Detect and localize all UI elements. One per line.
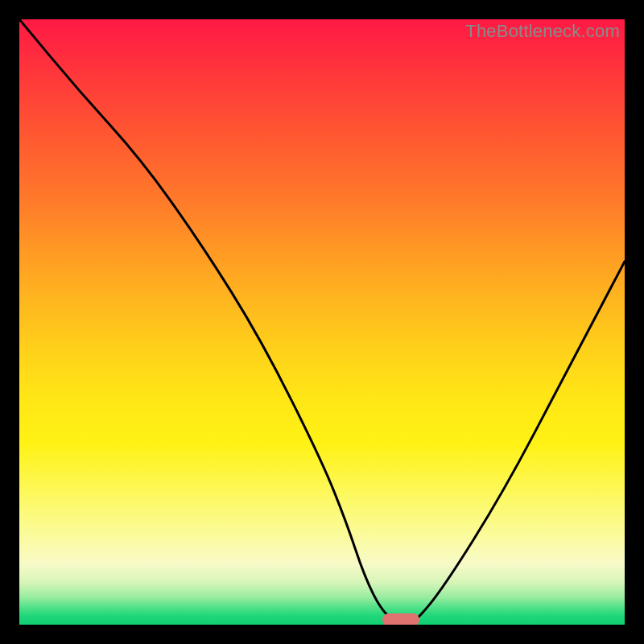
optimum-marker [382,613,419,625]
curve-line [19,19,625,625]
plot-area: TheBottleneck.com [19,19,625,625]
chart-frame: TheBottleneck.com [0,0,644,644]
